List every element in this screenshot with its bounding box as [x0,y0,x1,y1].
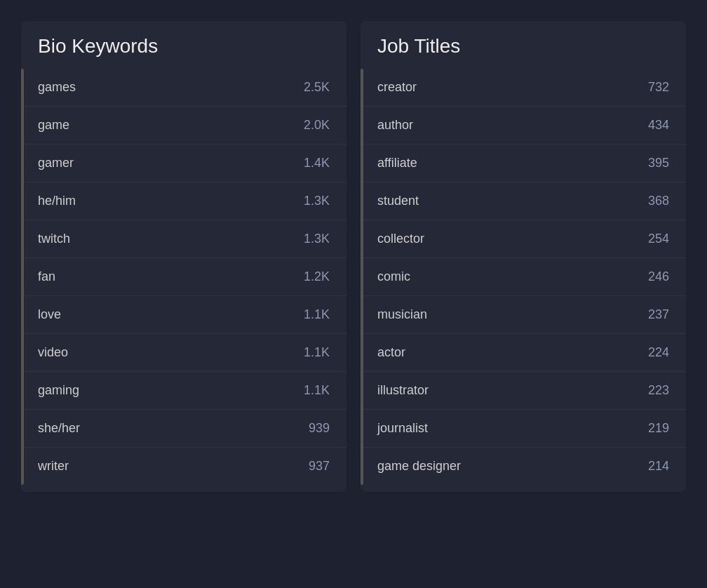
bio-keyword-label: she/her [38,421,80,436]
bio-keyword-item: he/him 1.3K [21,182,346,220]
bio-keyword-label: games [38,80,76,95]
job-title-value: 732 [648,80,669,95]
job-title-label: musician [377,307,427,322]
job-title-label: journalist [377,421,428,436]
job-title-label: student [377,194,419,208]
job-title-label: affiliate [377,156,417,171]
main-container: Bio Keywords games 2.5K game 2.0K gamer … [14,14,693,499]
job-title-value: 223 [648,383,669,398]
bio-keyword-label: twitch [38,232,70,246]
bio-keyword-label: fan [38,269,55,284]
bio-keyword-label: video [38,345,68,360]
job-title-value: 224 [648,345,669,360]
bio-keyword-label: writer [38,459,69,474]
bio-keyword-value: 1.1K [304,307,330,322]
bio-keyword-value: 1.2K [304,269,330,284]
job-title-value: 219 [648,421,669,436]
bio-keyword-value: 1.4K [304,156,330,171]
job-title-item: game designer 214 [361,448,686,485]
bio-keyword-item: game 2.0K [21,107,346,145]
job-title-item: actor 224 [361,334,686,372]
bio-keyword-label: gamer [38,156,74,171]
job-title-label: comic [377,269,410,284]
bio-keyword-label: gaming [38,383,79,398]
job-title-item: comic 246 [361,258,686,296]
job-title-item: author 434 [361,107,686,145]
job-titles-scrollbar [361,69,363,485]
bio-keyword-value: 1.3K [304,194,330,208]
bio-keyword-label: game [38,118,69,133]
job-title-label: creator [377,80,417,95]
job-titles-title: Job Titles [361,35,686,69]
job-title-value: 214 [648,459,669,474]
job-title-item: affiliate 395 [361,145,686,182]
job-title-item: musician 237 [361,296,686,334]
job-title-item: collector 254 [361,220,686,258]
job-title-value: 237 [648,307,669,322]
job-title-value: 434 [648,118,669,133]
job-title-label: actor [377,345,405,360]
bio-keyword-value: 2.5K [304,80,330,95]
bio-keywords-title: Bio Keywords [21,35,346,69]
job-title-value: 246 [648,269,669,284]
job-title-item: creator 732 [361,69,686,107]
job-title-item: illustrator 223 [361,372,686,410]
bio-keyword-value: 939 [309,421,330,436]
job-title-label: game designer [377,459,461,474]
job-title-label: author [377,118,413,133]
bio-keyword-item: love 1.1K [21,296,346,334]
bio-keyword-value: 1.1K [304,345,330,360]
bio-keywords-scrollbar [21,69,24,485]
bio-keywords-scroll[interactable]: games 2.5K game 2.0K gamer 1.4K he/him 1… [21,69,346,485]
job-title-label: illustrator [377,383,429,398]
bio-keyword-item: she/her 939 [21,410,346,448]
bio-keyword-label: he/him [38,194,76,208]
bio-keywords-list: games 2.5K game 2.0K gamer 1.4K he/him 1… [21,69,346,485]
bio-keyword-item: twitch 1.3K [21,220,346,258]
job-titles-panel: Job Titles creator 732 author 434 affili… [361,21,686,492]
bio-keyword-value: 1.1K [304,383,330,398]
bio-keywords-panel: Bio Keywords games 2.5K game 2.0K gamer … [21,21,346,492]
bio-keyword-value: 1.3K [304,232,330,246]
bio-keyword-value: 2.0K [304,118,330,133]
bio-keyword-item: video 1.1K [21,334,346,372]
bio-keyword-item: gaming 1.1K [21,372,346,410]
job-title-value: 368 [648,194,669,208]
bio-keyword-item: writer 937 [21,448,346,485]
bio-keyword-item: fan 1.2K [21,258,346,296]
job-titles-scroll[interactable]: creator 732 author 434 affiliate 395 stu… [361,69,686,485]
job-title-label: collector [377,232,424,246]
bio-keyword-label: love [38,307,61,322]
bio-keyword-item: gamer 1.4K [21,145,346,182]
bio-keyword-value: 937 [309,459,330,474]
job-title-item: journalist 219 [361,410,686,448]
job-titles-list: creator 732 author 434 affiliate 395 stu… [361,69,686,485]
job-title-value: 254 [648,232,669,246]
bio-keyword-item: games 2.5K [21,69,346,107]
job-title-value: 395 [648,156,669,171]
job-title-item: student 368 [361,182,686,220]
